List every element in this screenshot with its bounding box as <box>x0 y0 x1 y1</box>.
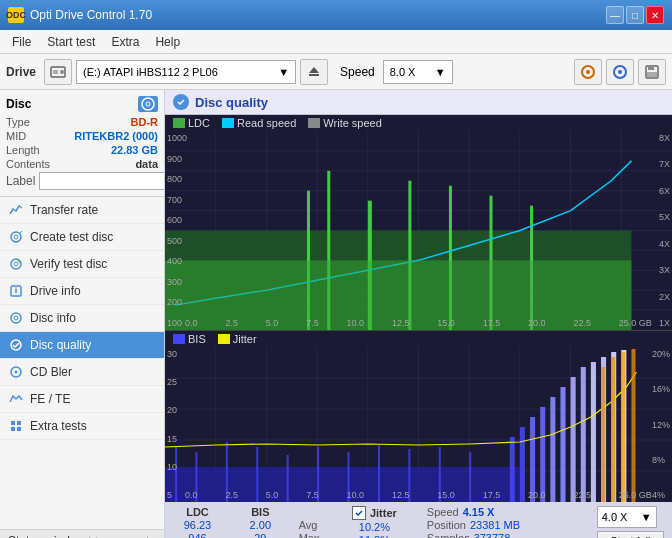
nav-disc-info[interactable]: Disc info <box>0 305 164 332</box>
disc-contents-label: Contents <box>6 158 50 170</box>
transfer-rate-icon <box>8 202 24 218</box>
svg-rect-31 <box>11 427 15 431</box>
speed-select[interactable]: 8.0 X ▼ <box>383 60 453 84</box>
close-button[interactable]: ✕ <box>646 6 664 24</box>
svg-rect-10 <box>648 66 654 70</box>
svg-point-16 <box>11 232 21 242</box>
menu-file[interactable]: File <box>4 33 39 51</box>
svg-rect-29 <box>11 421 15 425</box>
stats-jitter-max: 11.8% <box>352 534 397 538</box>
chart-upper: 8X 7X 6X 5X 4X 3X 2X 1X 1000 900 800 700… <box>165 131 672 331</box>
speed-row: Speed 4.15 X <box>427 506 520 518</box>
drive-info-icon <box>8 283 24 299</box>
nav-disc-quality-label: Disc quality <box>30 338 91 352</box>
save-button[interactable] <box>638 59 666 85</box>
stats-avg-label: Avg <box>299 519 322 531</box>
toolbar: Drive (E:) ATAPI iHBS112 2 PL06 ▼ Speed … <box>0 54 672 90</box>
stats-speed-select-value: 4.0 X <box>602 511 628 523</box>
app-icon-text: ODC <box>6 10 26 20</box>
svg-rect-4 <box>309 74 319 76</box>
nav-create-test-disc[interactable]: Create test disc <box>0 224 164 251</box>
disc-length-value: 22.83 GB <box>111 144 158 156</box>
disc-length-row: Length 22.83 GB <box>6 144 158 156</box>
disc-type-row: Type BD-R <box>6 116 158 128</box>
menu-start-test[interactable]: Start test <box>39 33 103 51</box>
position-row: Position 23381 MB <box>427 519 520 531</box>
cd-icon <box>141 97 155 111</box>
svg-point-13 <box>146 102 150 106</box>
maximize-button[interactable]: □ <box>626 6 644 24</box>
speed-arrow: ▼ <box>435 66 446 78</box>
nav-transfer-rate-label: Transfer rate <box>30 203 98 217</box>
stats-speed-select[interactable]: 4.0 X ▼ <box>597 506 657 528</box>
status-window-button[interactable]: Status window >> ▶ <box>0 529 164 538</box>
svg-rect-102 <box>621 352 625 502</box>
disc-label-input[interactable] <box>39 172 165 190</box>
speed-label: Speed <box>427 506 459 518</box>
svg-point-24 <box>11 313 21 323</box>
disc-panel-header: Disc <box>6 96 158 112</box>
disc-quality-icon <box>8 337 24 353</box>
nav-fe-te[interactable]: FE / TE <box>0 386 164 413</box>
nav-create-test-disc-label: Create test disc <box>30 230 113 244</box>
svg-point-8 <box>618 70 622 74</box>
nav-disc-quality[interactable]: Disc quality <box>0 332 164 359</box>
app-title: Opti Drive Control 1.70 <box>30 8 152 22</box>
svg-point-17 <box>14 235 18 239</box>
legend-read-speed: Read speed <box>222 117 296 129</box>
nav-cd-bler[interactable]: CD Bler <box>0 359 164 386</box>
nav-items-container: Transfer rate Create test disc Verify te… <box>0 197 164 440</box>
stats-bar: LDC 96.23 946 36001269 BIS 2.00 29 74942… <box>165 502 672 538</box>
svg-rect-95 <box>581 367 586 502</box>
drive-select[interactable]: (E:) ATAPI iHBS112 2 PL06 ▼ <box>76 60 296 84</box>
stats-jitter-avg: 10.2% <box>352 521 397 533</box>
svg-rect-11 <box>647 72 657 77</box>
eject-icon <box>307 65 321 79</box>
legend-read-speed-color <box>222 118 234 128</box>
disc-type-value: BD-R <box>131 116 159 128</box>
minimize-button[interactable]: — <box>606 6 624 24</box>
nav-fe-te-label: FE / TE <box>30 392 70 406</box>
nav-verify-test-disc[interactable]: Verify test disc <box>0 251 164 278</box>
chart-upper-legend: LDC Read speed Write speed <box>165 115 672 131</box>
toolbar-btn-1[interactable] <box>574 59 602 85</box>
menu-extra[interactable]: Extra <box>103 33 147 51</box>
disc-mid-value: RITEKBR2 (000) <box>74 130 158 142</box>
disc-label-label: Label <box>6 174 35 188</box>
disc-panel-icon <box>138 96 158 112</box>
speed-value: 8.0 X <box>390 66 416 78</box>
stats-bis-header: BIS <box>242 506 279 518</box>
nav-drive-info-label: Drive info <box>30 284 81 298</box>
samples-value: 373778 <box>474 532 511 538</box>
legend-jitter: Jitter <box>218 333 257 345</box>
nav-disc-info-label: Disc info <box>30 311 76 325</box>
jitter-header: Jitter <box>370 507 397 519</box>
position-label: Position <box>427 519 466 531</box>
stats-labels-col: - Avg Max Total <box>299 506 322 538</box>
nav-drive-info[interactable]: Drive info <box>0 278 164 305</box>
start-full-button[interactable]: Start full <box>597 531 664 538</box>
eject-button[interactable] <box>300 59 328 85</box>
jitter-checkbox[interactable] <box>352 506 366 520</box>
svg-rect-32 <box>17 427 21 431</box>
svg-rect-94 <box>571 377 576 502</box>
chart-lower-yaxis-right: 20% 16% 12% 8% 4% <box>652 347 670 502</box>
disc-type-label: Type <box>6 116 30 128</box>
nav-transfer-rate[interactable]: Transfer rate <box>0 197 164 224</box>
legend-read-speed-label: Read speed <box>237 117 296 129</box>
stats-max-label: Max <box>299 532 322 538</box>
drive-icon-btn[interactable] <box>44 59 72 85</box>
drive-icon <box>50 64 66 80</box>
chart-upper-svg <box>165 131 672 330</box>
menu-help[interactable]: Help <box>147 33 188 51</box>
legend-bis-color <box>173 334 185 344</box>
panel-icon <box>173 94 189 110</box>
chart-lower-svg <box>165 347 672 502</box>
sidebar: Disc Type BD-R MID RITEKBR2 (000) Length… <box>0 90 165 538</box>
toolbar-btn-2[interactable] <box>606 59 634 85</box>
nav-extra-tests[interactable]: Extra tests <box>0 413 164 440</box>
svg-rect-93 <box>560 387 565 502</box>
stats-speed-col: Speed 4.15 X Position 23381 MB Samples 3… <box>427 506 520 538</box>
nav-verify-test-disc-label: Verify test disc <box>30 257 107 271</box>
drive-select-arrow: ▼ <box>278 66 289 78</box>
